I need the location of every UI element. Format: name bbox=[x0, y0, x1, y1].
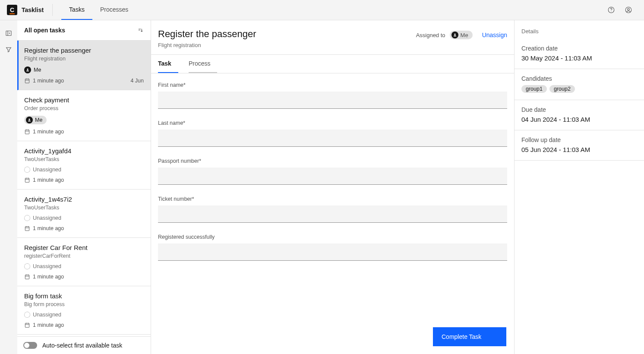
candidate-chip: group1 bbox=[521, 85, 547, 93]
task-assignee: Unassigned bbox=[24, 215, 61, 221]
task-list-panel: All open tasks Register the passenger Fl… bbox=[17, 20, 151, 354]
detail-followup: Follow up date 05 Jun 2024 - 11:03 AM bbox=[515, 130, 644, 161]
help-icon[interactable] bbox=[603, 1, 620, 19]
detail-due-label: Due date bbox=[521, 106, 637, 113]
assignee-pill: Me bbox=[24, 116, 47, 124]
task-assignee-name: Unassigned bbox=[33, 263, 61, 269]
unassigned-icon bbox=[24, 263, 30, 269]
filter-icon[interactable] bbox=[5, 46, 12, 53]
unassigned-icon bbox=[24, 312, 30, 318]
task-item-age: 1 minute ago bbox=[33, 129, 64, 135]
main-header: Register the passenger Flight registrati… bbox=[151, 20, 514, 55]
task-list-header: All open tasks bbox=[17, 20, 151, 40]
task-item-process: registerCarForRent bbox=[24, 253, 144, 259]
svg-rect-6 bbox=[25, 79, 29, 83]
avatar-icon bbox=[24, 66, 31, 73]
task-item[interactable]: Register Car For Rent registerCarForRent… bbox=[17, 238, 151, 286]
unassign-button[interactable]: Unassign bbox=[482, 32, 507, 38]
task-item-title: Big form task bbox=[24, 292, 144, 300]
task-item-process: Flight registration bbox=[24, 56, 144, 62]
brand: C Tasklist bbox=[7, 4, 53, 16]
svg-rect-9 bbox=[25, 178, 29, 182]
calendar-icon bbox=[24, 322, 30, 328]
field-label: Passport number* bbox=[158, 158, 507, 164]
user-icon[interactable] bbox=[620, 1, 637, 19]
svg-rect-12 bbox=[25, 323, 29, 327]
field-label: Registered successfully bbox=[158, 234, 507, 240]
left-rail bbox=[0, 20, 17, 354]
detail-candidates-label: Candidates bbox=[521, 75, 637, 82]
assigned-label: Assigned to bbox=[416, 32, 445, 38]
complete-task-button[interactable]: Complete Task bbox=[433, 327, 506, 346]
field-label: Last name* bbox=[158, 120, 507, 126]
field-input[interactable] bbox=[158, 130, 507, 147]
detail-creation: Creation date 30 May 2024 - 11:03 AM bbox=[515, 39, 644, 69]
svg-rect-4 bbox=[6, 31, 11, 36]
task-item-due: 4 Jun bbox=[130, 78, 144, 84]
avatar-icon bbox=[26, 117, 33, 123]
task-assignee-name: Me bbox=[34, 67, 41, 73]
tab-processes[interactable]: Processes bbox=[92, 0, 136, 20]
task-item-age: 1 minute ago bbox=[33, 78, 64, 84]
task-assignee: Unassigned bbox=[24, 312, 61, 318]
auto-select-toggle[interactable] bbox=[23, 342, 37, 349]
svg-rect-11 bbox=[25, 275, 29, 279]
field-input[interactable] bbox=[158, 92, 507, 109]
task-item[interactable]: Activity_1ygafd4 TwoUserTasks Unassigned… bbox=[17, 141, 151, 190]
svg-point-5 bbox=[27, 69, 28, 70]
task-item-title: Check payment bbox=[24, 96, 144, 104]
task-item[interactable]: Big form task Big form process Unassigne… bbox=[17, 286, 151, 335]
tab-tasks[interactable]: Tasks bbox=[61, 0, 92, 20]
details-panel: Details Creation date 30 May 2024 - 11:0… bbox=[515, 20, 644, 354]
detail-candidates-values: group1group2 bbox=[521, 85, 637, 93]
task-item-age: 1 minute ago bbox=[33, 225, 64, 231]
task-item-meta: 1 minute ago bbox=[24, 177, 144, 183]
task-item-meta: 1 minute ago bbox=[24, 322, 144, 328]
task-item-title: Register the passenger bbox=[24, 47, 144, 54]
avatar-icon bbox=[451, 32, 458, 38]
form-field: Last name* bbox=[158, 120, 507, 147]
form-field: Passport number* bbox=[158, 158, 507, 185]
task-item-process: TwoUserTasks bbox=[24, 156, 144, 162]
brand-logo-icon: C bbox=[7, 5, 17, 15]
field-input[interactable] bbox=[158, 205, 507, 223]
sort-icon[interactable] bbox=[137, 27, 144, 34]
task-assignee: Me bbox=[24, 66, 41, 73]
form-field: First name* bbox=[158, 82, 507, 109]
task-item[interactable]: Check payment Order process Me 1 minute … bbox=[17, 90, 151, 141]
sub-tab-task[interactable]: Task bbox=[158, 55, 178, 73]
sub-tabs: Task Process bbox=[151, 55, 514, 73]
task-item-title: Register Car For Rent bbox=[24, 244, 144, 251]
task-item-title: Activity_1ygafd4 bbox=[24, 147, 144, 155]
calendar-icon bbox=[24, 274, 30, 280]
task-assignee: Unassigned bbox=[24, 167, 61, 173]
task-list-heading: All open tasks bbox=[24, 27, 65, 34]
task-list-scroll[interactable]: Register the passenger Flight registrati… bbox=[17, 40, 151, 336]
form-field: Registered successfully bbox=[158, 234, 507, 261]
form-field: Ticket number* bbox=[158, 196, 507, 223]
detail-followup-label: Follow up date bbox=[521, 136, 637, 143]
task-assignee-name: Unassigned bbox=[33, 312, 61, 318]
auto-select-label: Auto-select first available task bbox=[42, 342, 122, 349]
svg-rect-10 bbox=[25, 227, 29, 231]
detail-creation-value: 30 May 2024 - 11:03 AM bbox=[521, 54, 637, 62]
field-label: Ticket number* bbox=[158, 196, 507, 202]
calendar-icon bbox=[24, 129, 30, 135]
task-item[interactable]: Activity_1w4s7i2 TwoUserTasks Unassigned… bbox=[17, 190, 151, 238]
candidate-chip: group2 bbox=[549, 85, 575, 93]
field-input[interactable] bbox=[158, 243, 507, 261]
svg-point-3 bbox=[628, 8, 630, 10]
sub-tab-process[interactable]: Process bbox=[189, 55, 218, 73]
task-item-meta: 1 minute ago bbox=[24, 225, 144, 231]
task-form: First name* Last name* Passport number* … bbox=[151, 73, 514, 354]
calendar-icon bbox=[24, 225, 30, 231]
assignment-area: Assigned to Me Unassign bbox=[416, 31, 507, 39]
auto-select-row: Auto-select first available task bbox=[17, 336, 151, 354]
expand-panel-icon[interactable] bbox=[5, 30, 12, 37]
task-item-process: Order process bbox=[24, 105, 144, 111]
task-item[interactable]: Register the passenger Flight registrati… bbox=[17, 41, 151, 90]
svg-point-2 bbox=[625, 7, 631, 13]
details-heading: Details bbox=[515, 20, 644, 39]
brand-name: Tasklist bbox=[22, 6, 44, 13]
field-input[interactable] bbox=[158, 168, 507, 185]
